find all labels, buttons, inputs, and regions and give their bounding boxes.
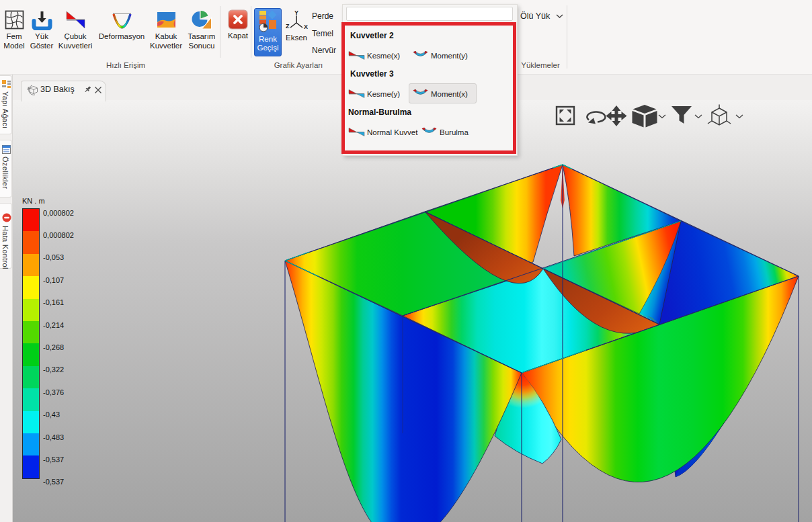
svg-text:Z: Z — [286, 23, 290, 30]
svg-text:X: X — [304, 24, 308, 30]
svg-text:Y: Y — [294, 9, 298, 16]
